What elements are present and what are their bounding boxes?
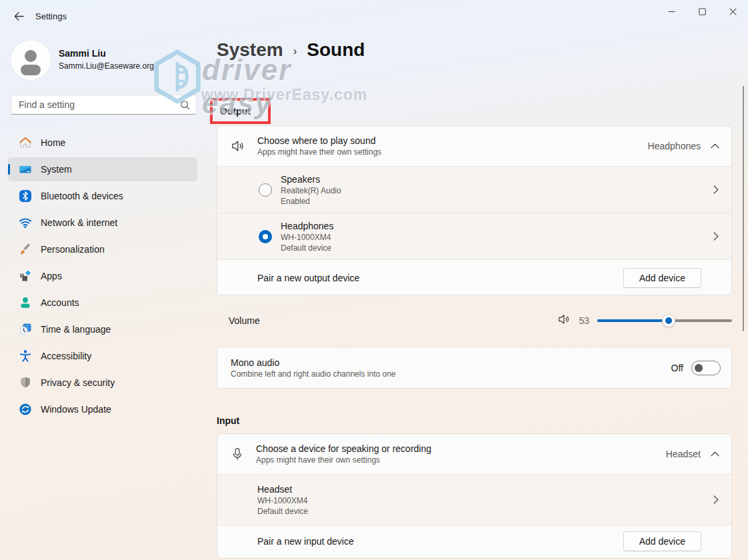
breadcrumb-separator: › xyxy=(293,42,297,58)
app-title: Settings xyxy=(35,11,67,21)
mono-audio-subtitle: Combine left and right audio channels in… xyxy=(231,369,396,379)
person-silhouette-icon xyxy=(11,71,51,80)
toggle-knob xyxy=(695,364,703,372)
minimize-button[interactable] xyxy=(656,0,687,23)
network-icon xyxy=(19,216,32,229)
home-icon xyxy=(19,136,32,149)
windows-update-icon xyxy=(19,403,32,416)
input-section-label: Input xyxy=(217,415,239,426)
sidebar-item-time-language[interactable]: Time & language xyxy=(8,317,197,341)
sidebar-item-label: Personalization xyxy=(41,244,105,255)
device-detail: WH-1000XM4 xyxy=(281,233,333,242)
microphone-icon xyxy=(231,447,244,461)
input-section-label-wrap: Input xyxy=(217,415,239,427)
sidebar-item-label: Accounts xyxy=(41,297,79,308)
minimize-icon xyxy=(668,8,675,15)
search-box[interactable] xyxy=(11,95,197,115)
user-name: Sammi Liu xyxy=(59,48,106,59)
playback-device-value: Headphones xyxy=(648,141,701,151)
breadcrumb: System › Sound xyxy=(217,39,365,61)
output-section-label: Output xyxy=(220,106,251,117)
sidebar-item-label: Windows Update xyxy=(41,404,111,415)
sidebar-item-label: Home xyxy=(41,137,65,148)
volume-slider[interactable] xyxy=(597,314,732,327)
search-icon[interactable] xyxy=(180,100,190,113)
row-title: Choose where to play sound xyxy=(257,135,381,146)
sidebar-item-personalization[interactable]: Personalization xyxy=(8,237,197,261)
sidebar-item-label: Privacy & security xyxy=(41,377,115,388)
chevron-right-icon[interactable] xyxy=(713,495,719,504)
headphones-device-row[interactable]: Headphones WH-1000XM4 Default device xyxy=(217,213,731,260)
page-title: Sound xyxy=(307,39,365,61)
mono-audio-state: Off xyxy=(671,363,683,373)
bluetooth-icon xyxy=(19,189,32,203)
chevron-right-icon[interactable] xyxy=(713,232,719,241)
sidebar-item-label: Bluetooth & devices xyxy=(41,191,123,201)
choose-playback-device-row[interactable]: Choose where to play sound Apps might ha… xyxy=(217,126,731,167)
sidebar-item-accessibility[interactable]: Accessibility xyxy=(8,344,197,368)
maximize-button[interactable] xyxy=(687,0,717,23)
add-input-device-button[interactable]: Add device xyxy=(623,531,701,551)
volume-value: 53 xyxy=(579,315,589,326)
device-detail: Realtek(R) Audio xyxy=(281,186,341,195)
sidebar-item-network-internet[interactable]: Network & internet xyxy=(8,211,197,235)
row-subtitle: Apps might have their own settings xyxy=(256,455,431,465)
sidebar-item-system[interactable]: System xyxy=(8,157,197,181)
volume-label: Volume xyxy=(229,315,260,326)
device-name: Headset xyxy=(257,484,308,495)
sidebar-item-home[interactable]: Home xyxy=(8,131,197,155)
sidebar-item-bluetooth-devices[interactable]: Bluetooth & devices xyxy=(8,184,197,208)
mono-audio-toggle[interactable] xyxy=(691,361,721,375)
output-card: Choose where to play sound Apps might ha… xyxy=(217,125,732,295)
user-email: Sammi.Liu@Easeware.org xyxy=(59,61,154,71)
choose-recording-device-row[interactable]: Choose a device for speaking or recordin… xyxy=(217,434,731,475)
row-subtitle: Apps might have their own settings xyxy=(257,147,381,157)
volume-slider-thumb[interactable] xyxy=(662,314,675,327)
search-input[interactable] xyxy=(11,95,196,114)
sidebar-nav: Home System Bluetooth & devices Network … xyxy=(8,131,197,424)
chevron-right-icon[interactable] xyxy=(713,185,719,194)
pair-output-device-row: Pair a new output device Add device xyxy=(217,260,731,295)
headset-device-row[interactable]: Headset WH-1000XM4 Default device xyxy=(217,475,731,525)
mono-audio-title: Mono audio xyxy=(231,357,396,368)
sidebar-item-privacy-security[interactable]: Privacy & security xyxy=(8,371,197,395)
avatar[interactable] xyxy=(11,40,51,80)
chevron-up-icon[interactable] xyxy=(711,143,719,149)
breadcrumb-system[interactable]: System xyxy=(217,39,283,61)
speaker-icon xyxy=(231,139,245,153)
device-name: Headphones xyxy=(281,221,333,231)
recording-device-value: Headset xyxy=(666,449,701,459)
sidebar-item-label: Network & internet xyxy=(41,217,117,228)
sidebar-item-label: Apps xyxy=(41,271,62,281)
settings-window: Settings Sammi Liu Sammi.Liu@Easeware.or… xyxy=(0,0,748,560)
sidebar-item-apps[interactable]: Apps xyxy=(8,264,197,288)
arrow-left-icon xyxy=(13,11,25,25)
time-language-icon xyxy=(19,323,32,336)
volume-speaker-icon[interactable] xyxy=(557,313,571,329)
sidebar-item-label: System xyxy=(41,164,72,175)
headphones-radio[interactable] xyxy=(259,230,272,243)
close-icon xyxy=(729,8,737,15)
sidebar-item-label: Accessibility xyxy=(41,351,91,361)
apps-icon xyxy=(19,269,32,283)
mono-audio-card: Mono audio Combine left and right audio … xyxy=(217,347,732,389)
back-button[interactable] xyxy=(10,9,27,25)
personalization-icon xyxy=(19,243,32,256)
pair-input-label: Pair a new input device xyxy=(257,536,354,547)
speakers-device-row[interactable]: Speakers Realtek(R) Audio Enabled xyxy=(217,167,731,213)
volume-row: Volume 53 xyxy=(217,307,732,335)
system-icon xyxy=(19,163,32,176)
chevron-up-icon[interactable] xyxy=(711,451,719,457)
speakers-radio[interactable] xyxy=(259,183,272,197)
device-name: Speakers xyxy=(281,174,341,185)
sidebar-item-accounts[interactable]: Accounts xyxy=(8,291,197,315)
device-status: Enabled xyxy=(281,197,341,206)
scrollbar-thumb[interactable] xyxy=(743,86,744,331)
maximize-icon xyxy=(699,8,706,15)
shield-icon xyxy=(19,376,32,389)
accounts-icon xyxy=(19,296,32,309)
close-button[interactable] xyxy=(717,0,748,23)
add-output-device-button[interactable]: Add device xyxy=(623,268,701,288)
sidebar-item-windows-update[interactable]: Windows Update xyxy=(8,397,197,421)
device-detail: WH-1000XM4 xyxy=(257,496,308,505)
